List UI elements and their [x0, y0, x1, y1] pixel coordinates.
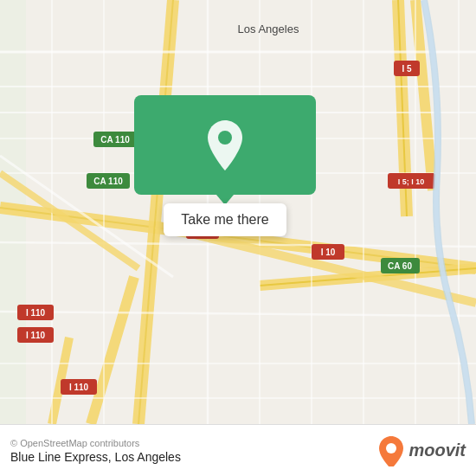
svg-text:I 5: I 5: [402, 64, 412, 74]
popup-card[interactable]: [134, 95, 316, 195]
attribution-text: © OpenStreetMap contributors: [10, 438, 181, 448]
svg-text:I 5; I 10: I 5; I 10: [398, 177, 425, 186]
svg-text:I 110: I 110: [26, 308, 46, 318]
take-me-there-button[interactable]: Take me there: [164, 203, 286, 236]
bottom-left-info: © OpenStreetMap contributors Blue Line E…: [10, 438, 181, 464]
bottom-bar: © OpenStreetMap contributors Blue Line E…: [0, 424, 476, 476]
map-container: I 10 CA 110 CA 110 I 10 CA 60 I 5 I 5; I…: [0, 0, 476, 424]
svg-text:I 110: I 110: [69, 383, 89, 392]
svg-text:I 110: I 110: [26, 331, 46, 340]
location-name: Blue Line Express, Los Angeles: [10, 450, 181, 464]
moovit-pin-icon: [377, 435, 405, 466]
location-pin-icon: [203, 119, 248, 172]
moovit-brand-text: moovit: [408, 441, 466, 460]
svg-point-55: [386, 443, 396, 453]
svg-text:CA 110: CA 110: [93, 177, 123, 186]
svg-text:Los Angeles: Los Angeles: [238, 23, 299, 35]
moovit-logo: moovit: [377, 435, 466, 466]
svg-point-54: [218, 131, 232, 145]
svg-text:I 10: I 10: [321, 248, 336, 257]
svg-text:CA 60: CA 60: [388, 261, 412, 271]
svg-text:CA 110: CA 110: [100, 135, 130, 145]
map-popup: Take me there: [134, 95, 316, 236]
